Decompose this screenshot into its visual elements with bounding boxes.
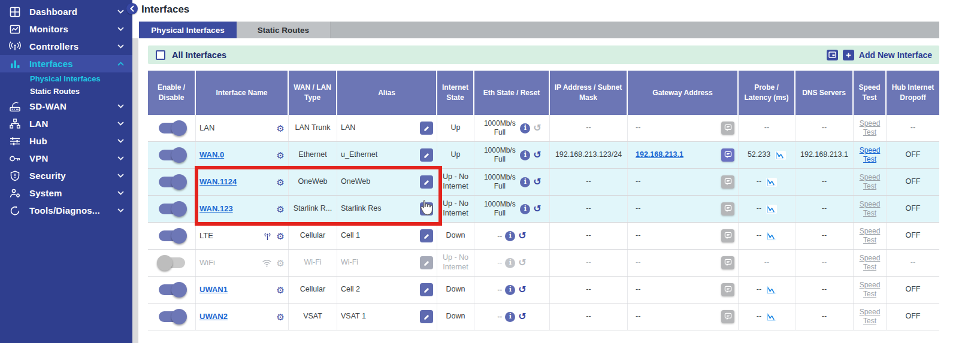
- gateway-ping-icon[interactable]: [721, 122, 734, 135]
- info-icon[interactable]: i: [505, 258, 515, 268]
- settings-gear-icon[interactable]: ⚙: [277, 178, 285, 187]
- wan-lan-type-cell: Cellular: [289, 223, 337, 249]
- interface-name-link[interactable]: WAN.0: [199, 150, 224, 160]
- latency-chart-icon[interactable]: [775, 151, 786, 160]
- info-icon[interactable]: i: [520, 123, 530, 133]
- column-header-enable-disable: Enable / Disable: [148, 71, 196, 115]
- speed-test-link: Speed Test: [857, 254, 882, 272]
- sidebar-item-security[interactable]: Security: [0, 167, 132, 184]
- edit-alias-button[interactable]: [420, 202, 433, 215]
- latency-chart-icon[interactable]: [766, 205, 777, 214]
- sidebar-item-sd-wan[interactable]: SD-WAN: [0, 98, 132, 115]
- collapse-sidebar-button[interactable]: [126, 3, 138, 14]
- enable-cell: [148, 250, 196, 276]
- sidebar-item-dashboard[interactable]: Dashboard: [0, 3, 132, 20]
- gateway-ping-icon[interactable]: [721, 229, 734, 242]
- reset-button[interactable]: ↺: [533, 204, 541, 214]
- chevron-left-icon: [129, 4, 135, 14]
- interface-name-link[interactable]: UWAN2: [199, 312, 228, 321]
- dns-servers-cell: --: [796, 115, 854, 141]
- latency-chart-icon[interactable]: [766, 232, 777, 241]
- interface-name-link[interactable]: WAN.1124: [199, 177, 237, 187]
- reset-button[interactable]: ↺: [533, 177, 541, 187]
- edit-alias-button[interactable]: [420, 122, 433, 135]
- settings-gear-icon[interactable]: ⚙: [277, 124, 285, 133]
- settings-gear-icon[interactable]: ⚙: [277, 151, 285, 160]
- reset-button[interactable]: ↺: [533, 150, 541, 160]
- tab-physical-interfaces[interactable]: Physical Interfaces: [139, 22, 237, 38]
- enable-toggle[interactable]: [159, 230, 185, 241]
- sidebar-item-vpn[interactable]: VPN: [0, 150, 132, 167]
- sidebar-item-static-routes[interactable]: Static Routes: [0, 85, 132, 98]
- gateway-ping-icon[interactable]: [721, 283, 734, 296]
- ip-address-cell: --: [550, 277, 628, 303]
- latency-chart-icon[interactable]: [766, 312, 777, 321]
- gateway-ping-icon[interactable]: [721, 148, 734, 162]
- gateway-ping-icon[interactable]: [721, 202, 734, 215]
- settings-gear-icon[interactable]: ⚙: [277, 286, 285, 295]
- eth-state-text: 1000Mb/s Full: [482, 119, 517, 137]
- settings-gear-icon[interactable]: ⚙: [277, 259, 285, 268]
- gateway-link[interactable]: 192.168.213.1: [636, 150, 683, 160]
- probe-latency-cell: --: [739, 169, 796, 195]
- info-icon[interactable]: i: [520, 150, 530, 160]
- speed-test-link[interactable]: Speed Test: [857, 146, 882, 164]
- edit-alias-button[interactable]: [420, 310, 433, 323]
- add-interface-button[interactable]: +: [843, 50, 854, 60]
- enable-toggle[interactable]: [159, 177, 185, 187]
- info-icon[interactable]: i: [505, 312, 515, 322]
- sidebar-item-label: System: [29, 188, 117, 198]
- enable-toggle[interactable]: [159, 123, 185, 133]
- all-interfaces-checkbox[interactable]: [156, 50, 165, 60]
- gateway-ping-icon[interactable]: [721, 175, 734, 189]
- interface-name-link[interactable]: UWAN1: [199, 285, 228, 295]
- alias-text: Starlink Res: [341, 204, 381, 214]
- latency-chart-icon[interactable]: [766, 286, 777, 295]
- sidebar-item-hub[interactable]: Hub: [0, 132, 132, 150]
- sidebar-item-lan[interactable]: LAN: [0, 115, 132, 132]
- speed-test-link: Speed Test: [857, 119, 882, 137]
- settings-gear-icon[interactable]: ⚙: [277, 312, 285, 321]
- info-icon[interactable]: i: [520, 204, 530, 214]
- edit-alias-button[interactable]: [420, 256, 433, 269]
- gateway-text: --: [636, 312, 640, 321]
- info-icon[interactable]: i: [520, 177, 530, 187]
- toggle-knob: [157, 255, 173, 271]
- wan-lan-type-cell: OneWeb: [289, 169, 337, 195]
- enable-toggle[interactable]: [159, 311, 185, 322]
- edit-alias-button[interactable]: [420, 283, 433, 296]
- panel-view-button[interactable]: [827, 50, 838, 60]
- system-icon: [8, 188, 22, 198]
- edit-alias-button[interactable]: [420, 148, 433, 162]
- latency-value: --: [764, 123, 769, 133]
- reset-button[interactable]: ↺: [518, 312, 526, 321]
- enable-toggle[interactable]: [159, 204, 185, 214]
- tab-static-routes[interactable]: Static Routes: [237, 22, 331, 38]
- reset-button[interactable]: ↺: [518, 285, 526, 295]
- gateway-ping-icon[interactable]: [721, 256, 734, 269]
- eth-state-text: 1000Mb/s Full: [482, 200, 517, 218]
- sidebar-item-controllers[interactable]: Controllers: [0, 38, 132, 55]
- add-interface-label[interactable]: Add New Interface: [859, 50, 932, 60]
- gateway-ping-icon[interactable]: [721, 310, 734, 323]
- interface-name-text: LAN: [199, 123, 214, 133]
- sidebar-item-system[interactable]: System: [0, 184, 132, 202]
- enable-toggle[interactable]: [159, 284, 185, 295]
- internet-state-cell: Up: [437, 115, 474, 141]
- sidebar-item-interfaces[interactable]: Interfaces: [0, 55, 132, 72]
- reset-button[interactable]: ↺: [518, 231, 526, 241]
- settings-gear-icon[interactable]: ⚙: [277, 205, 285, 214]
- settings-gear-icon[interactable]: ⚙: [277, 232, 285, 241]
- info-icon[interactable]: i: [505, 285, 515, 295]
- sidebar-item-tools-diagnos[interactable]: Tools/Diagnos...: [0, 202, 132, 219]
- info-icon[interactable]: i: [505, 231, 515, 241]
- latency-chart-icon[interactable]: [766, 178, 777, 187]
- interface-name-text: WiFi: [199, 258, 215, 268]
- enable-toggle[interactable]: [159, 150, 185, 160]
- edit-alias-button[interactable]: [420, 175, 433, 189]
- interface-name-link[interactable]: WAN.123: [199, 204, 233, 214]
- sidebar-item-physical-interfaces[interactable]: Physical Interfaces: [0, 72, 132, 85]
- edit-alias-button[interactable]: [420, 229, 433, 242]
- sidebar-item-monitors[interactable]: Monitors: [0, 20, 132, 38]
- enable-toggle[interactable]: [159, 257, 185, 268]
